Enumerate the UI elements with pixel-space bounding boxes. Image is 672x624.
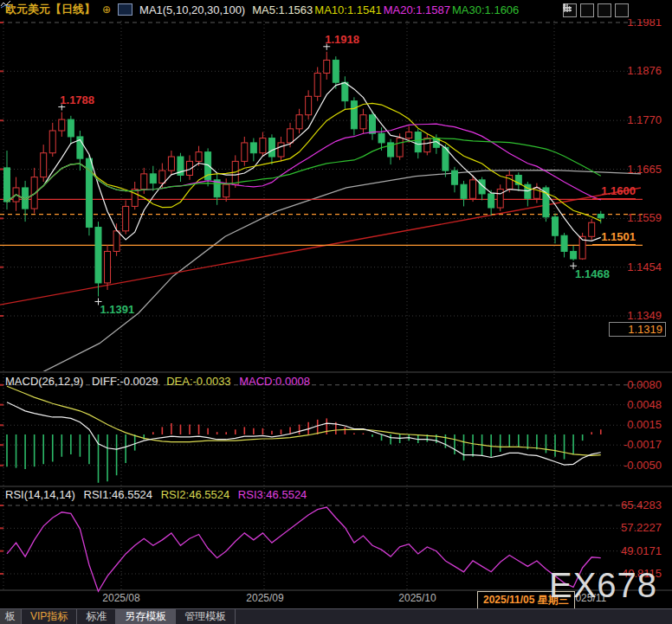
current-date-badge: 2025/11/05 星期三 (477, 591, 575, 609)
ma-value: MA10:1.1541 (314, 3, 381, 16)
y-axis-label: -0.0050 (608, 459, 662, 472)
rsi2-value: RSI2:46.5524 (161, 488, 230, 501)
low-price-annotation: 1.1391 (100, 303, 135, 316)
y-axis-label: 0.0080 (608, 378, 662, 391)
rsi-name: RSI(14,14,14) (5, 488, 75, 501)
tab-stub[interactable]: 板 (0, 609, 22, 624)
rsi-header: RSI(14,14,14) RSI1:46.5524 RSI2:46.5524 … (5, 488, 312, 501)
shift-data-icon[interactable] (615, 3, 629, 17)
add-compare-icon[interactable]: ⊕ (102, 3, 111, 16)
x-axis-label: 2025/08 (102, 592, 139, 604)
rsi1-value: RSI1:46.5524 (84, 488, 153, 501)
x-axis-label: 2025/11 (570, 592, 607, 604)
template-tab-bar: 板 VIP指标 标准 另存模板 管理模板 (0, 608, 672, 624)
y-axis-label: 57.2227 (608, 521, 662, 534)
high-price-annotation: 1.1788 (60, 93, 94, 106)
macd-diff-value: DIFF:-0.0029 (92, 375, 158, 388)
tab-vip-indicators[interactable]: VIP指标 (22, 609, 77, 624)
ma-settings-label: MA1(5,10,20,30,100) (139, 3, 245, 16)
symbol-name: 欧元美元 (5, 3, 50, 16)
y-axis-label: 40.8115 (608, 567, 662, 580)
y-axis-label: 1.1770 (608, 113, 662, 126)
rsi3-value: RSI3:46.5524 (238, 488, 307, 501)
ma-values: MA5:1.1563MA10:1.1541MA20:1.1587MA30:1.1… (252, 3, 520, 16)
price-level-label: 1.1600 (592, 184, 636, 199)
trading-chart-window: 欧元美元【日线】 ⊕ MA1(5,10,20,30,100) MA5:1.156… (0, 0, 672, 624)
tab-manage-template[interactable]: 管理模板 (176, 609, 236, 624)
axis-zoom-vertical-icon[interactable] (580, 3, 594, 17)
macd-header: MACD(26,12,9) DIFF:-0.0029 DEA:-0.0033 M… (5, 375, 315, 388)
y-axis-label: 0.0048 (608, 398, 662, 411)
x-axis-label: 2025/09 (246, 592, 283, 604)
y-axis-label: 0.0015 (608, 418, 662, 431)
y-axis-label: 1.1349 (608, 309, 662, 322)
y-axis-label: 1.1559 (608, 211, 662, 224)
ma-value: MA5:1.1563 (252, 3, 313, 16)
axis-zoom-horizontal-icon[interactable] (598, 3, 611, 17)
timeframe-label: 【日线】 (50, 3, 95, 16)
low-price-annotation: 1.1468 (575, 267, 610, 280)
chart-toolbar (563, 3, 629, 17)
y-axis-label: 1.1454 (608, 261, 662, 273)
indicator-template-icon[interactable] (118, 3, 132, 16)
macd-dea-value: DEA:-0.0033 (166, 375, 230, 388)
macd-name: MACD(26,12,9) (5, 375, 83, 388)
y-axis-label: 49.0171 (608, 544, 662, 557)
high-price-annotation: 1.1918 (325, 33, 359, 46)
symbol-title: 欧元美元【日线】 (5, 2, 95, 17)
y-axis-label: -0.0017 (608, 438, 662, 451)
tab-save-template[interactable]: 另存模板 (116, 609, 176, 624)
lowest-price-tag: 1.1319 (609, 322, 666, 337)
y-axis-label: 1.1665 (608, 163, 662, 176)
ma-value: MA20:1.1587 (384, 3, 450, 16)
tab-standard[interactable]: 标准 (77, 609, 116, 624)
y-axis-label: 1.1876 (608, 64, 662, 77)
macd-hist-value: MACD:0.0008 (239, 375, 310, 388)
x-axis-label: 2025/10 (398, 592, 436, 604)
ma-value: MA30:1.1606 (452, 3, 519, 16)
price-level-label: 1.1501 (592, 230, 636, 245)
y-axis-label: 65.4283 (608, 499, 662, 511)
